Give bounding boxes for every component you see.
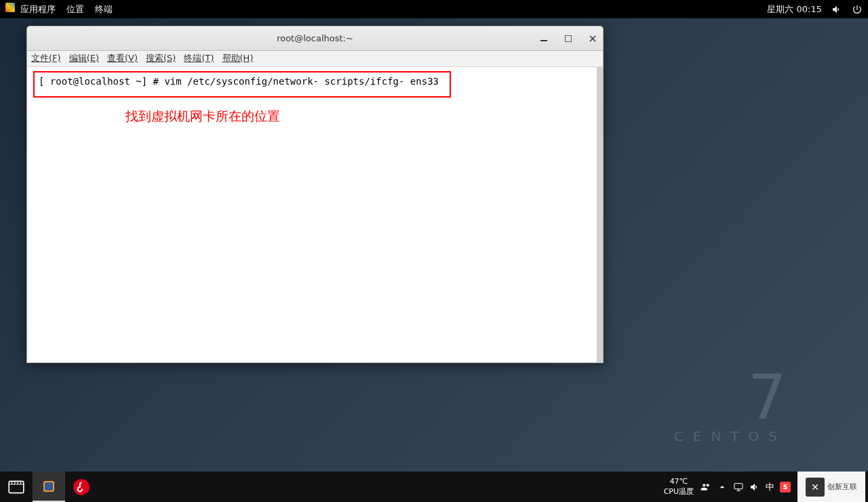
volume-icon[interactable] — [831, 4, 842, 15]
terminal-window: root@localhost:~ 文件(F) 编辑(E) 查看(V) 搜索(S)… — [26, 26, 604, 363]
watermark-text: 创新互联 — [827, 482, 857, 492]
speaker-icon[interactable] — [749, 482, 760, 493]
menu-search[interactable]: 搜索(S) — [146, 52, 176, 64]
menu-terminal[interactable]: 终端(T) — [184, 52, 214, 64]
tray-temperature[interactable]: 47℃ CPU温度 — [664, 477, 694, 497]
power-icon[interactable] — [852, 4, 863, 15]
minimize-button[interactable] — [538, 33, 550, 45]
task-video-editor[interactable] — [0, 472, 33, 502]
close-button[interactable] — [587, 33, 599, 45]
applications-menu[interactable]: 应用程序 — [5, 3, 56, 16]
terminal-menubar: 文件(F) 编辑(E) 查看(V) 搜索(S) 终端(T) 帮助(H) — [27, 51, 603, 67]
ime-indicator[interactable]: 中 — [766, 481, 774, 493]
temp-value: 47℃ — [664, 477, 694, 486]
svg-rect-1 — [565, 35, 572, 42]
svg-text:S: S — [783, 483, 788, 490]
window-title: root@localhost:~ — [277, 33, 353, 43]
centos-name: CENTOS — [674, 428, 787, 444]
terminal-body[interactable]: [ root@localhost ~] # vim /etc/sysconfig… — [28, 67, 597, 362]
task-vmware[interactable] — [33, 472, 65, 502]
centos-wallpaper-logo: 7 CENTOS — [674, 367, 787, 444]
highlighted-command-box: [ root@localhost ~] # vim /etc/sysconfig… — [33, 71, 451, 98]
command-line: [ root@localhost ~] # vim /etc/sysconfig… — [39, 76, 439, 87]
watermark-badge: ✕ 创新互联 — [797, 472, 865, 502]
menu-help[interactable]: 帮助(H) — [222, 52, 254, 64]
task-netease-music[interactable] — [65, 472, 98, 502]
watermark-logo-icon: ✕ — [806, 478, 825, 497]
datetime-label[interactable]: 星期六 00:15 — [767, 3, 822, 16]
svg-point-5 — [73, 479, 90, 495]
window-titlebar[interactable]: root@localhost:~ — [27, 26, 603, 51]
monitor-icon[interactable] — [733, 482, 744, 493]
people-icon[interactable] — [701, 482, 711, 493]
temp-label: CPU温度 — [664, 487, 694, 497]
svg-rect-2 — [9, 481, 24, 493]
menu-view[interactable]: 查看(V) — [107, 52, 138, 64]
centos-version: 7 — [674, 367, 787, 428]
svg-rect-6 — [734, 483, 743, 488]
menu-edit[interactable]: 编辑(E) — [69, 52, 99, 64]
menu-file[interactable]: 文件(F) — [31, 52, 61, 64]
applications-label: 应用程序 — [20, 4, 56, 14]
terminal-menu[interactable]: 终端 — [95, 3, 113, 16]
maximize-button[interactable] — [562, 33, 574, 45]
svg-rect-0 — [540, 40, 547, 41]
svg-rect-4 — [45, 482, 53, 490]
sogou-icon[interactable]: S — [780, 482, 791, 493]
annotation-text: 找到虚拟机网卡所在的位置 — [125, 108, 280, 125]
windows-taskbar: 47℃ CPU温度 中 S ✕ 创新互联 — [0, 472, 868, 502]
places-menu[interactable]: 位置 — [66, 3, 84, 16]
gnome-top-bar: 应用程序 位置 终端 星期六 00:15 — [0, 0, 868, 18]
scrollbar[interactable] — [597, 67, 603, 362]
applications-icon — [5, 3, 15, 12]
chevron-up-icon[interactable] — [717, 482, 728, 493]
